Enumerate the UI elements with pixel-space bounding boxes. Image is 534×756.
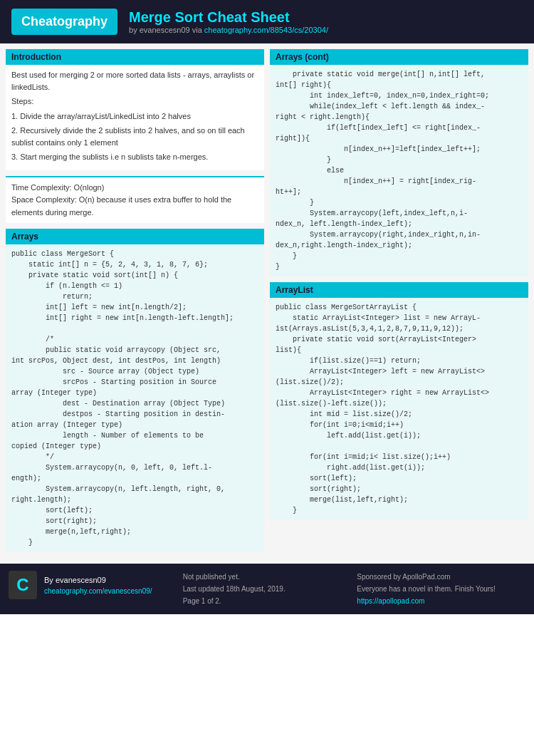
arrays-section: Arrays public class MergeSort { static i…	[6, 229, 264, 552]
footer-author-link[interactable]: cheatography.com/evanescesn09/	[44, 587, 152, 595]
intro-body: Best used for merging 2 or more sorted d…	[6, 65, 264, 170]
via-label: via	[192, 26, 204, 34]
arrays-cont-header: Arrays (cont)	[270, 49, 528, 65]
header: Cheatography Merge Sort Cheat Sheet by e…	[0, 0, 534, 43]
footer-right: Sponsored by ApolloPad.com Everyone has …	[357, 571, 525, 607]
intro-section: Introduction Best used for merging 2 or …	[6, 49, 264, 170]
right-column: Arrays (cont) private static void merge(…	[267, 49, 528, 558]
header-text: Merge Sort Cheat Sheet by evanescesn09 v…	[129, 9, 328, 34]
footer-published: Not published yet.	[183, 571, 352, 583]
intro-step3: 3. Start merging the sublists i.e n subl…	[11, 151, 258, 163]
footer-last-updated: Last updated 18th August, 2019.	[183, 583, 352, 595]
intro-line1: Best used for merging 2 or more sorted d…	[11, 69, 258, 93]
footer-by-label: By evanescesn09	[44, 576, 152, 584]
intro-steps-label: Steps:	[11, 95, 258, 108]
arrays-header: Arrays	[6, 229, 264, 244]
intro-step2: 2. Recursively divide the 2 sublists int…	[11, 125, 258, 148]
footer-logo: C	[9, 571, 37, 599]
intro-step1: 1. Divide the array/arrayList/LinkedList…	[11, 110, 258, 123]
footer-sponsored: Sponsored by ApolloPad.com	[357, 571, 525, 583]
arraylist-header: ArrayList	[270, 282, 528, 298]
arrays-cont-code: private static void merge(int[] n,int[] …	[270, 65, 528, 276]
footer: C By evanescesn09 cheatography.com/evane…	[0, 564, 534, 614]
time-complexity: Time Complexity: O(nlogn)	[11, 182, 258, 195]
intro-header: Introduction	[6, 49, 264, 65]
arrays-cont-section: Arrays (cont) private static void merge(…	[270, 49, 528, 276]
main-content: Introduction Best used for merging 2 or …	[0, 43, 534, 564]
footer-sponsor-link[interactable]: https://apollopad.com	[357, 597, 424, 605]
arraylist-code: public class MergeSortArrayList { static…	[270, 298, 528, 520]
footer-left: C By evanescesn09 cheatography.com/evane…	[9, 571, 177, 599]
arrays-code: public class MergeSort { static int[] n …	[6, 244, 264, 552]
complexity-section: Time Complexity: O(nlogn) Space Complexi…	[6, 176, 264, 224]
footer-author-info: By evanescesn09 cheatography.com/evanesc…	[44, 576, 152, 595]
cheatography-link[interactable]: cheatography.com/88543/cs/20304/	[204, 26, 328, 34]
arraylist-section: ArrayList public class MergeSortArrayLis…	[270, 282, 528, 520]
footer-sponsor-text: Everyone has a novel in them. Finish You…	[357, 583, 525, 595]
left-column: Introduction Best used for merging 2 or …	[6, 49, 267, 558]
by-label: by	[129, 26, 137, 34]
page-title: Merge Sort Cheat Sheet	[129, 9, 328, 26]
author-name: evanescesn09	[140, 26, 190, 34]
logo: Cheatography	[11, 9, 117, 35]
page-subtitle: by evanescesn09 via cheatography.com/885…	[129, 26, 328, 34]
footer-page: Page 1 of 2.	[183, 595, 352, 607]
footer-middle: Not published yet. Last updated 18th Aug…	[183, 571, 352, 607]
space-complexity: Space Complexity: O(n) because it uses e…	[11, 194, 258, 219]
